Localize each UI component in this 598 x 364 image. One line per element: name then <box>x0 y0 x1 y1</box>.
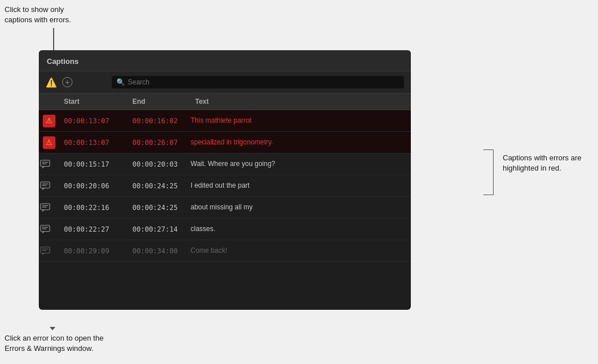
svg-rect-9 <box>41 225 50 231</box>
start-time: 00:00:22:27 <box>59 225 128 233</box>
add-circle-icon: + <box>62 77 72 87</box>
warning-triangle-icon: ⚠️ <box>46 77 57 88</box>
search-box[interactable]: 🔍 <box>112 76 404 88</box>
row-speech-icon <box>39 245 51 257</box>
row-speech-icon <box>39 180 51 192</box>
end-time: 00:00:26:07 <box>128 139 191 147</box>
end-time: 00:00:16:02 <box>128 117 191 125</box>
top-annotation: Click to show only captions with errors. <box>5 5 93 25</box>
end-time: 00:00:20:03 <box>128 160 191 168</box>
caption-row[interactable]: 00:00:13:07 00:00:16:02 This mathlete pa… <box>39 110 411 132</box>
start-time: 00:00:13:07 <box>59 117 128 125</box>
row-error-icon[interactable] <box>39 135 59 150</box>
panel-title: Captions <box>47 57 79 66</box>
start-time: 00:00:20:06 <box>59 182 128 190</box>
bottom-annotation: Click an error icon to open the Errors &… <box>5 333 110 354</box>
caption-row[interactable]: 00:00:22:16 00:00:24:25 about missing al… <box>39 197 411 219</box>
col-header-text: Text <box>191 96 411 107</box>
caption-text: Wait. Where are you going? <box>191 160 411 169</box>
end-time: 00:00:24:25 <box>128 204 191 212</box>
col-header-icon <box>39 96 59 107</box>
right-annotation: Captions with errors are highlighted in … <box>503 153 591 173</box>
error-badge <box>43 115 55 127</box>
captions-panel: Captions ⚠️ + 🔍 Start End Text 00:00:13:… <box>39 50 411 310</box>
caption-list: 00:00:13:07 00:00:16:02 This mathlete pa… <box>39 110 411 262</box>
end-time: 00:00:24:25 <box>128 182 191 190</box>
caption-row[interactable]: 00:00:15:17 00:00:20:03 Wait. Where are … <box>39 153 411 175</box>
caption-text: classes. <box>191 225 411 234</box>
col-header-start: Start <box>59 96 128 107</box>
panel-header: Captions <box>39 50 411 71</box>
column-headers: Start End Text <box>39 94 411 110</box>
caption-text: about missing all my <box>191 203 411 212</box>
caption-row[interactable]: 00:00:29:09 00:00:34:00 Come back! <box>39 240 411 262</box>
caption-text: specialized in trigonometry. <box>191 138 411 147</box>
start-time: 00:00:15:17 <box>59 160 128 168</box>
bottom-arrow <box>50 327 55 330</box>
search-input[interactable] <box>128 78 399 86</box>
caption-text: I edited out the part <box>191 181 411 191</box>
end-time: 00:00:34:00 <box>128 247 191 255</box>
caption-row[interactable]: 00:00:22:27 00:00:27:14 classes. <box>39 219 411 240</box>
svg-rect-0 <box>41 160 50 166</box>
caption-row[interactable]: 00:00:20:06 00:00:24:25 I edited out the… <box>39 175 411 197</box>
caption-row[interactable]: 00:00:13:07 00:00:26:07 specialized in t… <box>39 132 411 153</box>
caption-text: Come back! <box>191 246 411 256</box>
row-speech-icon <box>39 202 51 213</box>
row-speech-icon <box>39 224 51 235</box>
start-time: 00:00:22:16 <box>59 204 128 212</box>
start-time: 00:00:13:07 <box>59 139 128 147</box>
error-badge <box>43 136 55 149</box>
caption-text: This mathlete parrot <box>191 116 411 126</box>
warning-filter-button[interactable]: ⚠️ <box>46 76 57 88</box>
col-header-end: End <box>128 96 191 107</box>
svg-rect-3 <box>41 181 50 188</box>
start-time: 00:00:29:09 <box>59 247 128 255</box>
toolbar: ⚠️ + 🔍 <box>39 71 411 94</box>
row-error-icon[interactable] <box>39 114 59 128</box>
svg-rect-6 <box>41 203 50 209</box>
svg-rect-12 <box>41 246 50 253</box>
end-time: 00:00:27:14 <box>128 225 191 233</box>
add-caption-button[interactable]: + <box>62 76 73 88</box>
row-speech-icon <box>39 159 51 170</box>
right-bracket <box>483 149 494 195</box>
search-icon: 🔍 <box>116 78 125 86</box>
